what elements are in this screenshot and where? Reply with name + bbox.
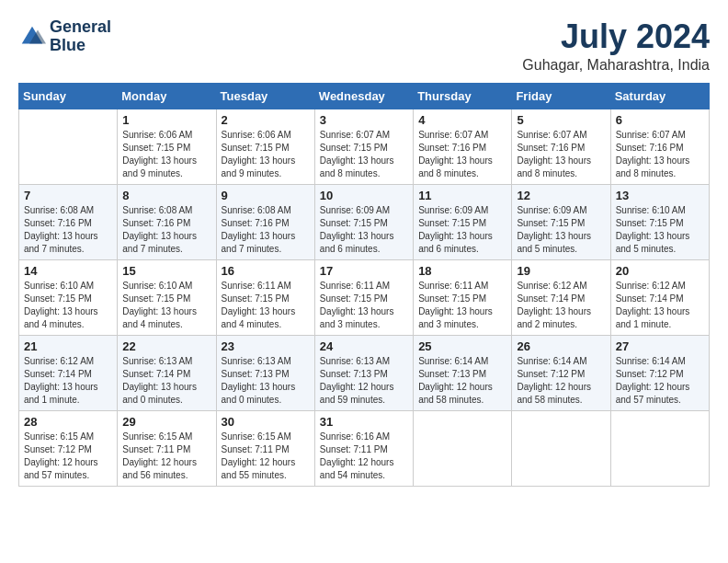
- day-info: Sunrise: 6:15 AM Sunset: 7:11 PM Dayligh…: [222, 431, 310, 482]
- calendar-cell: 11Sunrise: 6:09 AM Sunset: 7:15 PM Dayli…: [414, 184, 512, 259]
- calendar-cell: 23Sunrise: 6:13 AM Sunset: 7:13 PM Dayli…: [216, 335, 314, 410]
- calendar-cell: 28Sunrise: 6:15 AM Sunset: 7:12 PM Dayli…: [19, 410, 118, 486]
- header-cell-monday: Monday: [118, 83, 216, 109]
- day-info: Sunrise: 6:10 AM Sunset: 7:15 PM Dayligh…: [122, 280, 210, 331]
- day-info: Sunrise: 6:11 AM Sunset: 7:15 PM Dayligh…: [418, 280, 506, 331]
- calendar-cell: 21Sunrise: 6:12 AM Sunset: 7:14 PM Dayli…: [19, 335, 118, 410]
- calendar-cell: [610, 410, 709, 486]
- header-cell-tuesday: Tuesday: [216, 83, 314, 109]
- calendar-cell: 18Sunrise: 6:11 AM Sunset: 7:15 PM Dayli…: [414, 259, 512, 335]
- calendar-cell: 13Sunrise: 6:10 AM Sunset: 7:15 PM Dayli…: [610, 184, 709, 259]
- day-number: 3: [320, 113, 408, 127]
- logo-text: General Blue: [50, 18, 111, 55]
- day-info: Sunrise: 6:15 AM Sunset: 7:11 PM Dayligh…: [122, 431, 210, 482]
- day-number: 29: [122, 415, 210, 429]
- day-info: Sunrise: 6:13 AM Sunset: 7:14 PM Dayligh…: [122, 355, 210, 407]
- logo-icon: [18, 23, 46, 51]
- day-info: Sunrise: 6:07 AM Sunset: 7:16 PM Dayligh…: [517, 129, 605, 180]
- calendar-week-row: 7Sunrise: 6:08 AM Sunset: 7:16 PM Daylig…: [19, 184, 710, 259]
- day-number: 15: [122, 264, 210, 278]
- calendar-cell: 5Sunrise: 6:07 AM Sunset: 7:16 PM Daylig…: [512, 109, 610, 184]
- day-info: Sunrise: 6:13 AM Sunset: 7:13 PM Dayligh…: [320, 355, 408, 407]
- day-info: Sunrise: 6:10 AM Sunset: 7:15 PM Dayligh…: [24, 280, 112, 331]
- day-number: 13: [616, 189, 704, 202]
- day-info: Sunrise: 6:14 AM Sunset: 7:13 PM Dayligh…: [418, 355, 506, 407]
- calendar-cell: 19Sunrise: 6:12 AM Sunset: 7:14 PM Dayli…: [512, 259, 610, 335]
- day-info: Sunrise: 6:09 AM Sunset: 7:15 PM Dayligh…: [517, 204, 605, 256]
- day-number: 28: [24, 415, 112, 429]
- calendar-cell: 12Sunrise: 6:09 AM Sunset: 7:15 PM Dayli…: [512, 184, 610, 259]
- day-number: 22: [122, 339, 210, 353]
- day-number: 7: [24, 189, 112, 202]
- day-number: 26: [517, 339, 605, 353]
- day-number: 12: [517, 189, 605, 202]
- day-info: Sunrise: 6:14 AM Sunset: 7:12 PM Dayligh…: [616, 355, 704, 407]
- calendar-cell: [19, 109, 118, 184]
- day-number: 23: [222, 339, 310, 353]
- location: Guhagar, Maharashtra, India: [522, 57, 710, 74]
- calendar-cell: 9Sunrise: 6:08 AM Sunset: 7:16 PM Daylig…: [216, 184, 314, 259]
- calendar-cell: 1Sunrise: 6:06 AM Sunset: 7:15 PM Daylig…: [118, 109, 216, 184]
- day-info: Sunrise: 6:08 AM Sunset: 7:16 PM Dayligh…: [122, 204, 210, 256]
- day-info: Sunrise: 6:11 AM Sunset: 7:15 PM Dayligh…: [320, 280, 408, 331]
- calendar-week-row: 28Sunrise: 6:15 AM Sunset: 7:12 PM Dayli…: [19, 410, 710, 486]
- header-cell-sunday: Sunday: [19, 83, 118, 109]
- day-info: Sunrise: 6:06 AM Sunset: 7:15 PM Dayligh…: [222, 129, 310, 180]
- header-cell-thursday: Thursday: [414, 83, 512, 109]
- day-info: Sunrise: 6:13 AM Sunset: 7:13 PM Dayligh…: [222, 355, 310, 407]
- day-info: Sunrise: 6:07 AM Sunset: 7:16 PM Dayligh…: [418, 129, 506, 180]
- day-number: 16: [222, 264, 310, 278]
- day-number: 2: [222, 113, 310, 127]
- logo: General Blue: [18, 18, 111, 55]
- calendar-cell: 16Sunrise: 6:11 AM Sunset: 7:15 PM Dayli…: [216, 259, 314, 335]
- day-info: Sunrise: 6:16 AM Sunset: 7:11 PM Dayligh…: [320, 431, 408, 482]
- day-info: Sunrise: 6:11 AM Sunset: 7:15 PM Dayligh…: [222, 280, 310, 331]
- day-info: Sunrise: 6:08 AM Sunset: 7:16 PM Dayligh…: [24, 204, 112, 256]
- calendar-header-row: SundayMondayTuesdayWednesdayThursdayFrid…: [19, 83, 710, 109]
- day-number: 10: [320, 189, 408, 202]
- day-number: 24: [320, 339, 408, 353]
- day-number: 20: [616, 264, 704, 278]
- calendar-table: SundayMondayTuesdayWednesdayThursdayFrid…: [18, 83, 710, 487]
- day-number: 25: [418, 339, 506, 353]
- header-cell-friday: Friday: [512, 83, 610, 109]
- day-number: 19: [517, 264, 605, 278]
- day-number: 21: [24, 339, 112, 353]
- calendar-cell: 10Sunrise: 6:09 AM Sunset: 7:15 PM Dayli…: [314, 184, 413, 259]
- calendar-cell: 30Sunrise: 6:15 AM Sunset: 7:11 PM Dayli…: [216, 410, 314, 486]
- day-info: Sunrise: 6:07 AM Sunset: 7:16 PM Dayligh…: [616, 129, 704, 180]
- calendar-cell: 4Sunrise: 6:07 AM Sunset: 7:16 PM Daylig…: [414, 109, 512, 184]
- day-number: 5: [517, 113, 605, 127]
- day-info: Sunrise: 6:09 AM Sunset: 7:15 PM Dayligh…: [320, 204, 408, 256]
- title-block: July 2024 Guhagar, Maharashtra, India: [522, 18, 710, 74]
- calendar-week-row: 21Sunrise: 6:12 AM Sunset: 7:14 PM Dayli…: [19, 335, 710, 410]
- calendar-cell: 17Sunrise: 6:11 AM Sunset: 7:15 PM Dayli…: [314, 259, 413, 335]
- calendar-cell: 20Sunrise: 6:12 AM Sunset: 7:14 PM Dayli…: [610, 259, 709, 335]
- header-cell-saturday: Saturday: [610, 83, 709, 109]
- day-number: 1: [122, 113, 210, 127]
- day-number: 8: [122, 189, 210, 202]
- calendar-week-row: 1Sunrise: 6:06 AM Sunset: 7:15 PM Daylig…: [19, 109, 710, 184]
- calendar-cell: 26Sunrise: 6:14 AM Sunset: 7:12 PM Dayli…: [512, 335, 610, 410]
- calendar-cell: 24Sunrise: 6:13 AM Sunset: 7:13 PM Dayli…: [314, 335, 413, 410]
- day-number: 6: [616, 113, 704, 127]
- calendar-cell: [512, 410, 610, 486]
- calendar-cell: [414, 410, 512, 486]
- calendar-week-row: 14Sunrise: 6:10 AM Sunset: 7:15 PM Dayli…: [19, 259, 710, 335]
- day-number: 9: [222, 189, 310, 202]
- day-number: 30: [222, 415, 310, 429]
- day-info: Sunrise: 6:12 AM Sunset: 7:14 PM Dayligh…: [24, 355, 112, 407]
- day-info: Sunrise: 6:10 AM Sunset: 7:15 PM Dayligh…: [616, 204, 704, 256]
- day-info: Sunrise: 6:12 AM Sunset: 7:14 PM Dayligh…: [517, 280, 605, 331]
- page-header: General Blue July 2024 Guhagar, Maharash…: [18, 18, 710, 74]
- header-cell-wednesday: Wednesday: [314, 83, 413, 109]
- calendar-cell: 2Sunrise: 6:06 AM Sunset: 7:15 PM Daylig…: [216, 109, 314, 184]
- day-info: Sunrise: 6:06 AM Sunset: 7:15 PM Dayligh…: [122, 129, 210, 180]
- calendar-cell: 14Sunrise: 6:10 AM Sunset: 7:15 PM Dayli…: [19, 259, 118, 335]
- day-number: 31: [320, 415, 408, 429]
- calendar-cell: 29Sunrise: 6:15 AM Sunset: 7:11 PM Dayli…: [118, 410, 216, 486]
- calendar-cell: 6Sunrise: 6:07 AM Sunset: 7:16 PM Daylig…: [610, 109, 709, 184]
- day-info: Sunrise: 6:09 AM Sunset: 7:15 PM Dayligh…: [418, 204, 506, 256]
- day-number: 17: [320, 264, 408, 278]
- day-info: Sunrise: 6:12 AM Sunset: 7:14 PM Dayligh…: [616, 280, 704, 331]
